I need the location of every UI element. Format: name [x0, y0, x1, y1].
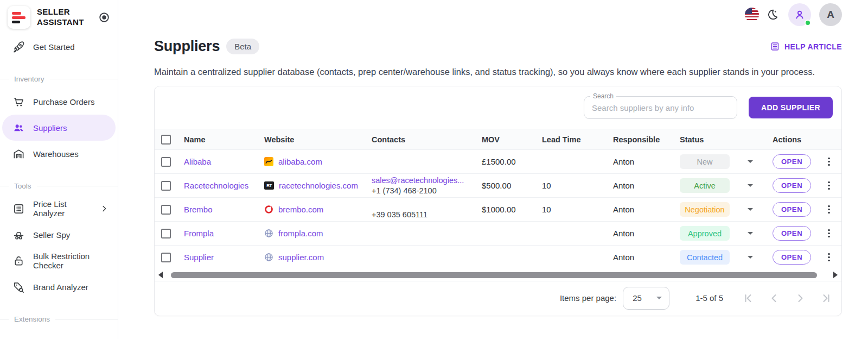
main-content: A Suppliers Beta HELP ARTICLE Maintain a…: [118, 0, 868, 339]
column-header-website[interactable]: Website: [264, 135, 372, 144]
sidebar-item-purchase-orders[interactable]: Purchase Orders: [0, 89, 118, 115]
search-field: Search: [584, 96, 737, 119]
website-favicon: [264, 157, 273, 166]
sidebar-item-warehouses[interactable]: Warehouses: [0, 141, 118, 167]
row-checkbox[interactable]: [161, 181, 171, 191]
contact-phone: +1 (734) 468-2100: [372, 186, 437, 196]
open-button[interactable]: OPEN: [773, 178, 811, 193]
sidebar-item-seller-spy[interactable]: Seller Spy: [0, 222, 118, 248]
topbar: A: [154, 0, 842, 29]
brand-header: SELLERASSISTANT: [0, 0, 118, 34]
row-checkbox[interactable]: [161, 205, 171, 215]
status-caret-icon[interactable]: [748, 160, 753, 163]
row-checkbox[interactable]: [161, 253, 171, 262]
kebab-menu-icon[interactable]: [826, 155, 832, 168]
website-favicon: [264, 253, 273, 262]
user-avatar[interactable]: A: [819, 3, 842, 26]
row-checkbox[interactable]: [161, 229, 171, 238]
supplier-name-link[interactable]: Brembo: [184, 205, 213, 214]
page-title: Suppliers: [154, 38, 220, 55]
table-row: Alibaba alibaba.com £1500.00 Anton New: [155, 149, 841, 173]
search-input[interactable]: [584, 97, 737, 118]
website-link[interactable]: brembo.com: [278, 205, 323, 214]
sidebar-section-inventory: Inventory: [0, 75, 118, 83]
column-header-name[interactable]: Name: [184, 135, 264, 144]
open-button[interactable]: OPEN: [773, 202, 811, 217]
website-favicon: RT: [264, 181, 274, 190]
status-badge[interactable]: Active: [680, 178, 730, 193]
items-per-page-select[interactable]: 25: [623, 287, 669, 310]
add-supplier-button[interactable]: ADD SUPPLIER: [749, 97, 833, 118]
column-header-responsible[interactable]: Responsible: [613, 135, 680, 144]
supplier-name-link[interactable]: Supplier: [184, 253, 214, 262]
dark-mode-moon-icon[interactable]: [766, 8, 779, 21]
rocket-icon: [12, 41, 25, 53]
website-link[interactable]: racetechnologies.com: [279, 181, 358, 190]
status-badge[interactable]: Contacted: [680, 250, 730, 265]
sidebar-item-label: Suppliers: [33, 123, 67, 133]
sidebar-pin-record-icon[interactable]: [98, 11, 110, 23]
open-button[interactable]: OPEN: [773, 154, 811, 169]
sidebar-item-label: Price List Analyzer: [33, 199, 91, 218]
sidebar-item-label: Brand Analyzer: [33, 282, 88, 292]
sidebar-item-get-started[interactable]: Get Started: [0, 34, 118, 60]
status-caret-icon[interactable]: [748, 184, 753, 187]
supplier-name-link[interactable]: Alibaba: [184, 157, 211, 166]
kebab-menu-icon[interactable]: [826, 251, 832, 264]
scroll-left-arrow-icon[interactable]: [158, 272, 163, 278]
seller-assistant-logo-icon: [8, 6, 30, 29]
pagination-nav: [742, 292, 833, 305]
help-article-link[interactable]: HELP ARTICLE: [770, 41, 842, 52]
status-caret-icon[interactable]: [748, 256, 753, 259]
sidebar-item-brand-analyzer[interactable]: Brand Analyzer: [0, 274, 118, 300]
kebab-menu-icon[interactable]: [826, 179, 832, 192]
status-caret-icon[interactable]: [748, 232, 753, 235]
horizontal-scrollbar-thumb[interactable]: [171, 272, 817, 278]
website-link[interactable]: alibaba.com: [278, 157, 322, 166]
lock-icon: [12, 255, 25, 267]
sidebar-item-label: Purchase Orders: [33, 97, 94, 106]
page-description: Maintain a centralized supplier database…: [154, 67, 842, 77]
status-badge[interactable]: Negotiation: [680, 202, 730, 217]
website-link[interactable]: frompla.com: [278, 229, 323, 238]
kebab-menu-icon[interactable]: [826, 227, 832, 240]
mov-value: $1000.00: [482, 205, 542, 214]
account-button[interactable]: [788, 3, 811, 26]
price-list-icon: [12, 203, 25, 215]
last-page-icon[interactable]: [820, 292, 833, 305]
column-header-status[interactable]: Status: [680, 135, 773, 144]
responsible-value: Anton: [613, 181, 680, 190]
column-header-lead-time[interactable]: Lead Time: [542, 135, 613, 144]
column-header-mov[interactable]: MOV: [482, 135, 542, 144]
people-icon: [12, 122, 25, 134]
article-icon: [770, 41, 780, 52]
column-header-contacts[interactable]: Contacts: [372, 135, 482, 144]
language-us-flag-icon[interactable]: [745, 8, 759, 22]
open-button[interactable]: OPEN: [773, 250, 811, 265]
select-all-checkbox[interactable]: [161, 135, 171, 145]
open-button[interactable]: OPEN: [773, 226, 811, 241]
next-page-icon[interactable]: [794, 292, 807, 305]
contact-email[interactable]: sales@racetechnologies...: [372, 175, 464, 186]
website-link[interactable]: supplier.com: [278, 253, 324, 262]
supplier-name-link[interactable]: Frompla: [184, 229, 214, 238]
first-page-icon[interactable]: [742, 292, 755, 305]
scroll-right-arrow-icon[interactable]: [833, 272, 838, 278]
status-badge[interactable]: Approved: [680, 226, 730, 241]
supplier-name-link[interactable]: Racetechnologies: [184, 181, 248, 190]
sidebar-item-suppliers[interactable]: Suppliers: [2, 115, 116, 141]
kebab-menu-icon[interactable]: [826, 203, 832, 216]
sidebar-section-tools: Tools: [0, 182, 118, 190]
brand-name: SELLERASSISTANT: [37, 7, 84, 28]
sidebar-item-price-list-analyzer[interactable]: Price List Analyzer: [0, 196, 118, 222]
previous-page-icon[interactable]: [768, 292, 781, 305]
responsible-value: Anton: [613, 229, 680, 238]
status-caret-icon[interactable]: [748, 208, 753, 211]
status-badge[interactable]: New: [680, 154, 730, 169]
sidebar-item-bulk-restriction-checker[interactable]: Bulk Restriction Checker: [0, 248, 118, 274]
column-header-actions: Actions: [773, 135, 840, 144]
row-checkbox[interactable]: [161, 157, 171, 167]
mov-value: £1500.00: [482, 157, 542, 166]
website-favicon: [264, 205, 273, 214]
pagination-range: 1-5 of 5: [695, 293, 723, 303]
